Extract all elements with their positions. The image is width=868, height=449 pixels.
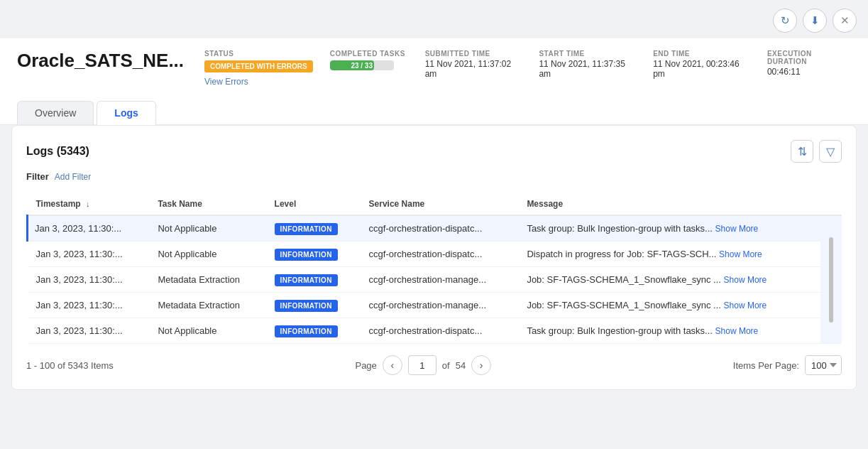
cell-timestamp: Jan 3, 2023, 11:30:... xyxy=(28,242,150,267)
col-task-name[interactable]: Task Name xyxy=(149,193,265,215)
pagination-row: 1 - 100 of 5343 Items Page ‹ of 54 › Ite… xyxy=(26,355,842,375)
show-more-link[interactable]: Show More xyxy=(724,275,767,285)
col-service-name[interactable]: Service Name xyxy=(361,193,519,215)
close-button[interactable]: ✕ xyxy=(833,9,857,33)
cell-task-name: Metadata Extraction xyxy=(149,267,265,293)
level-badge: INFORMATION xyxy=(275,325,338,337)
logs-header: Logs (5343) ⇅ ▽ xyxy=(26,140,842,163)
level-badge: INFORMATION xyxy=(275,300,338,312)
submitted-time-label: SUBMITTED TIME xyxy=(425,50,522,58)
refresh-button[interactable]: ↻ xyxy=(773,9,797,33)
cell-timestamp: Jan 3, 2023, 11:30:... xyxy=(28,215,150,242)
download-icon: ⬇ xyxy=(811,14,820,27)
tab-logs[interactable]: Logs xyxy=(97,101,155,124)
completed-tasks-block: COMPLETED TASKS 23 / 33 xyxy=(330,50,408,70)
cell-timestamp: Jan 3, 2023, 11:30:... xyxy=(28,318,150,344)
cell-level: INFORMATION xyxy=(266,242,361,267)
next-page-button[interactable]: › xyxy=(471,355,491,375)
cell-service-name: ccgf-orchestration-dispatc... xyxy=(361,242,519,267)
submitted-time-value: 11 Nov 2021, 11:37:02 am xyxy=(425,59,522,79)
cell-service-name: ccgf-orchestration-manage... xyxy=(361,267,519,293)
add-filter-button[interactable]: Add Filter xyxy=(55,172,91,182)
cell-level: INFORMATION xyxy=(266,215,361,242)
logs-actions: ⇅ ▽ xyxy=(791,140,842,163)
cell-timestamp: Jan 3, 2023, 11:30:... xyxy=(28,293,150,318)
start-time-value: 11 Nov 2021, 11:37:35 am xyxy=(539,59,636,79)
download-button[interactable]: ⬇ xyxy=(803,9,827,33)
level-badge: INFORMATION xyxy=(275,223,338,235)
table-header: Timestamp ↓ Task Name Level Service Name… xyxy=(28,193,842,215)
cell-message: Job: SF-TAGS-SCHEMA_1_Snowflake_sync ...… xyxy=(518,267,820,293)
job-title: Oracle_SATS_NE... xyxy=(17,50,187,72)
cell-message: Dispatch in progress for Job: SF-TAGS-SC… xyxy=(518,242,820,267)
execution-duration-value: 00:46:11 xyxy=(767,67,851,77)
end-time-block: END TIME 11 Nov 2021, 00:23:46 pm xyxy=(653,50,750,79)
cell-timestamp: Jan 3, 2023, 11:30:... xyxy=(28,267,150,293)
cell-task-name: Not Applicable xyxy=(149,242,265,267)
level-badge: INFORMATION xyxy=(275,249,338,261)
end-time-value: 11 Nov 2021, 00:23:46 pm xyxy=(653,59,750,79)
col-level[interactable]: Level xyxy=(266,193,361,215)
tabs: Overview Logs xyxy=(17,101,851,124)
sort-icon: ⇅ xyxy=(798,145,807,158)
cell-service-name: ccgf-orchestration-dispatc... xyxy=(361,215,519,242)
table-row: Jan 3, 2023, 11:30:...Metadata Extractio… xyxy=(28,267,842,293)
filter-icon: ▽ xyxy=(826,145,835,158)
col-message[interactable]: Message xyxy=(518,193,820,215)
cell-level: INFORMATION xyxy=(266,318,361,344)
items-info: 1 - 100 of 5343 Items xyxy=(26,360,114,371)
submitted-time-block: SUBMITTED TIME 11 Nov 2021, 11:37:02 am xyxy=(425,50,522,79)
cell-message: Task group: Bulk Ingestion-group with ta… xyxy=(518,215,820,242)
completed-tasks-label: COMPLETED TASKS xyxy=(330,50,408,58)
cell-task-name: Not Applicable xyxy=(149,215,265,242)
progress-bar: 23 / 33 xyxy=(330,60,394,70)
start-time-label: START TIME xyxy=(539,50,636,58)
header-top: Oracle_SATS_NE... STATUS COMPLETED WITH … xyxy=(17,50,851,95)
show-more-link[interactable]: Show More xyxy=(724,301,767,310)
sort-button[interactable]: ⇅ xyxy=(791,140,813,163)
page-input[interactable] xyxy=(408,355,436,375)
end-time-label: END TIME xyxy=(653,50,750,58)
table-row: Jan 3, 2023, 11:30:...Not ApplicableINFO… xyxy=(28,242,842,267)
cell-message: Task group: Bulk Ingestion-group with ta… xyxy=(518,318,820,344)
col-timestamp[interactable]: Timestamp ↓ xyxy=(28,193,150,215)
timestamp-sort-icon: ↓ xyxy=(86,200,90,208)
filter-toggle-button[interactable]: ▽ xyxy=(819,140,842,163)
scrollbar-cell xyxy=(820,215,842,344)
scrollbar[interactable] xyxy=(829,237,833,323)
cell-task-name: Not Applicable xyxy=(149,318,265,344)
cell-task-name: Metadata Extraction xyxy=(149,293,265,318)
logs-tbody: Jan 3, 2023, 11:30:...Not ApplicableINFO… xyxy=(28,215,842,344)
execution-duration-label: EXECUTION DURATION xyxy=(767,50,851,65)
view-errors-link[interactable]: View Errors xyxy=(204,77,313,87)
refresh-icon: ↻ xyxy=(781,14,790,27)
page-controls: Page ‹ of 54 › xyxy=(355,355,491,375)
logs-table: Timestamp ↓ Task Name Level Service Name… xyxy=(26,193,842,344)
filter-row: Filter Add Filter xyxy=(26,171,842,182)
cell-message: Job: SF-TAGS-SCHEMA_1_Snowflake_sync ...… xyxy=(518,293,820,318)
cell-service-name: ccgf-orchestration-dispatc... xyxy=(361,318,519,344)
status-badge: COMPLETED WITH ERRORS xyxy=(204,60,313,72)
prev-page-button[interactable]: ‹ xyxy=(383,355,402,375)
table-row: Jan 3, 2023, 11:30:...Not ApplicableINFO… xyxy=(28,215,842,242)
show-more-link[interactable]: Show More xyxy=(715,224,759,234)
cell-level: INFORMATION xyxy=(266,267,361,293)
level-badge: INFORMATION xyxy=(275,274,338,286)
close-icon: ✕ xyxy=(840,14,850,27)
progress-text: 23 / 33 xyxy=(330,60,394,70)
header-section: Oracle_SATS_NE... STATUS COMPLETED WITH … xyxy=(0,38,868,125)
show-more-link[interactable]: Show More xyxy=(719,249,762,259)
top-bar: ↻ ⬇ ✕ xyxy=(0,0,868,38)
scrollbar-col xyxy=(820,193,842,215)
of-label: of xyxy=(442,360,450,371)
filter-label: Filter xyxy=(26,171,49,182)
items-per-page-select[interactable]: 100 50 25 xyxy=(805,355,842,375)
execution-duration-block: EXECUTION DURATION 00:46:11 xyxy=(767,50,851,77)
start-time-block: START TIME 11 Nov 2021, 11:37:35 am xyxy=(539,50,636,79)
show-more-link[interactable]: Show More xyxy=(715,326,759,336)
main-content: Logs (5343) ⇅ ▽ Filter Add Filter Timest… xyxy=(11,125,857,390)
table-row: Jan 3, 2023, 11:30:...Metadata Extractio… xyxy=(28,293,842,318)
tab-overview[interactable]: Overview xyxy=(17,101,94,124)
page-label: Page xyxy=(355,360,376,371)
items-per-page: Items Per Page: 100 50 25 xyxy=(733,355,842,375)
